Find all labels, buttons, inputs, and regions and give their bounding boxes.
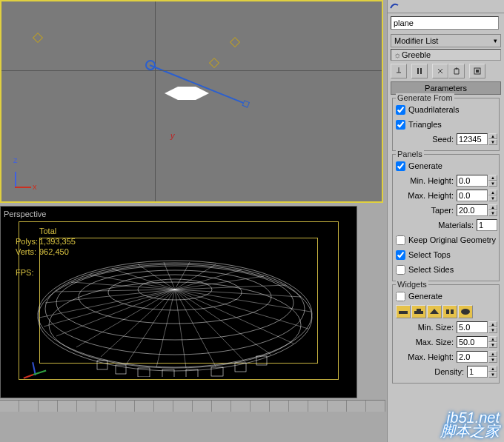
seed-spinner[interactable]: ▲▼ [488,133,497,145]
svg-line-33 [56,289,175,336]
object-name-input[interactable] [391,16,499,30]
svg-line-31 [101,289,175,357]
svg-line-19 [175,276,264,289]
svg-line-22 [175,289,311,312]
svg-point-53 [461,309,470,315]
spinner[interactable]: ▲▼ [488,204,497,216]
panels-taper-input[interactable] [457,204,488,216]
widget-shape-2-button[interactable] [411,305,426,318]
quadrilaterals-checkbox[interactable] [396,105,405,115]
show-end-result-button[interactable] [411,64,428,78]
svg-line-28 [175,289,186,368]
svg-point-3 [79,270,271,324]
command-panel: Modifier List ☼ Greeble Parameters Gener… [387,0,504,442]
select-sides-checkbox[interactable] [396,265,405,275]
svg-rect-43 [417,68,419,74]
svg-line-30 [127,289,175,364]
scene-marker [230,37,240,47]
svg-rect-44 [420,68,422,74]
svg-rect-46 [476,70,479,73]
panels-min-height-input[interactable] [457,175,488,187]
panels-materials-input[interactable] [477,219,497,231]
axis-label-y: y [170,131,175,140]
widget-shape-3-button[interactable] [427,305,442,318]
widgets-generate-checkbox[interactable] [396,292,405,301]
command-panel-tabs[interactable] [388,0,504,13]
svg-point-4 [108,275,242,310]
select-tops-checkbox[interactable] [396,250,405,260]
spinner[interactable]: ▲▼ [488,321,497,333]
lightbulb-icon[interactable]: ☼ [393,50,402,59]
widget-shape-4-button[interactable] [442,305,457,318]
panels-legend: Panels [396,150,424,158]
svg-line-24 [175,289,294,344]
svg-rect-48 [414,311,423,314]
configure-sets-button[interactable] [469,64,485,78]
pin-stack-button[interactable] [391,64,407,78]
triangles-checkbox[interactable] [396,120,405,130]
svg-marker-50 [430,309,439,314]
svg-line-27 [175,289,216,366]
widgets-max-height-input[interactable] [457,351,488,363]
svg-line-12 [90,275,175,289]
make-unique-button[interactable] [432,64,448,78]
svg-rect-52 [451,309,454,314]
keep-original-checkbox[interactable] [396,235,405,245]
spinner[interactable]: ▲▼ [488,366,497,378]
scene-marker [33,33,43,43]
spinner[interactable]: ▲▼ [488,351,497,363]
svg-line-21 [175,289,301,297]
spinner[interactable]: ▲▼ [488,190,497,201]
widgets-legend: Widgets [396,280,428,289]
svg-rect-41 [235,363,246,372]
svg-rect-38 [162,369,174,377]
svg-line-25 [175,289,271,355]
axis-indicator: z x [15,164,39,188]
viewport-label: Perspective [4,210,46,218]
widgets-min-size-input[interactable] [457,321,488,333]
svg-point-0 [38,261,312,367]
modifier-list-dropdown[interactable]: Modifier List [391,34,501,47]
modify-tab-icon[interactable] [389,1,401,11]
timeline[interactable] [0,400,385,412]
widgets-density-input[interactable] [467,366,488,378]
spinner[interactable]: ▲▼ [488,175,497,187]
svg-line-8 [39,289,175,318]
svg-rect-51 [446,309,449,314]
widget-shape-5-button[interactable] [458,305,473,318]
svg-line-13 [112,269,175,289]
svg-point-1 [45,263,305,355]
svg-line-16 [175,262,190,289]
generate-from-legend: Generate From [396,93,454,102]
modifier-stack-item[interactable]: ☼ Greeble [391,49,501,61]
widget-shape-1-button[interactable] [396,305,411,318]
spinner[interactable]: ▲▼ [488,336,497,348]
seed-input[interactable] [457,133,488,145]
svg-point-7 [49,282,301,368]
svg-rect-47 [399,311,408,314]
viewport-perspective[interactable]: Perspective Total Polys:1,393,355 Verts:… [0,206,357,398]
svg-line-29 [156,289,175,367]
axis-indicator [27,359,48,378]
scene-wireframe [30,244,319,377]
remove-modifier-button[interactable] [448,64,465,78]
viewport-top[interactable]: y z x [0,0,383,203]
transform-gizmo[interactable] [150,64,261,109]
svg-line-34 [44,289,175,327]
svg-line-20 [175,285,286,289]
widgets-max-size-input[interactable] [457,336,488,348]
panels-max-height-input[interactable] [457,190,488,201]
panels-generate-checkbox[interactable] [396,161,405,171]
svg-line-15 [164,262,175,289]
svg-rect-49 [417,309,421,311]
